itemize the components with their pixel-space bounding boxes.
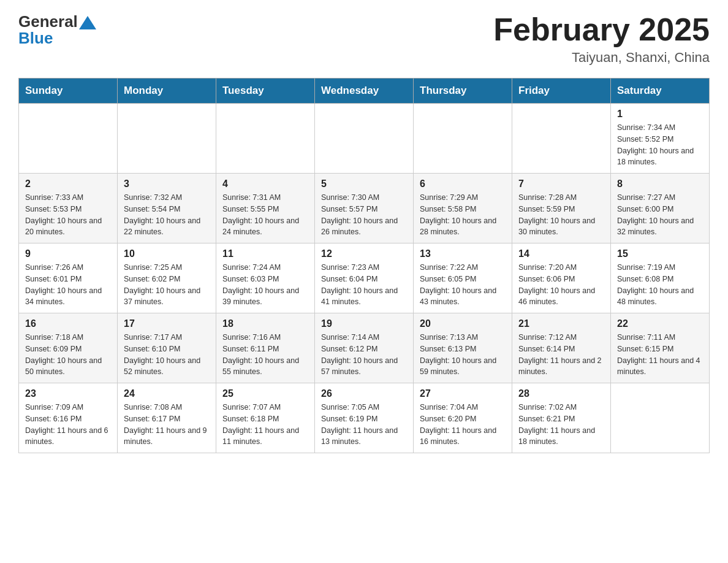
day-info: Sunrise: 7:25 AMSunset: 6:02 PMDaylight:… bbox=[124, 262, 210, 308]
day-number: 24 bbox=[124, 388, 210, 399]
calendar-table: SundayMondayTuesdayWednesdayThursdayFrid… bbox=[18, 78, 710, 453]
calendar-cell: 5Sunrise: 7:30 AMSunset: 5:57 PMDaylight… bbox=[315, 174, 414, 243]
calendar-cell: 23Sunrise: 7:09 AMSunset: 6:16 PMDayligh… bbox=[19, 383, 118, 453]
day-number: 21 bbox=[518, 318, 604, 329]
day-number: 19 bbox=[321, 318, 407, 329]
day-number: 27 bbox=[420, 388, 506, 399]
calendar-cell bbox=[414, 104, 512, 174]
day-number: 3 bbox=[124, 178, 210, 190]
calendar-cell: 28Sunrise: 7:02 AMSunset: 6:21 PMDayligh… bbox=[512, 383, 611, 453]
day-info: Sunrise: 7:20 AMSunset: 6:06 PMDaylight:… bbox=[518, 262, 604, 308]
calendar-cell: 20Sunrise: 7:13 AMSunset: 6:13 PMDayligh… bbox=[414, 313, 512, 383]
location-title: Taiyuan, Shanxi, China bbox=[572, 50, 710, 66]
day-number: 14 bbox=[518, 248, 604, 259]
calendar-week-4: 16Sunrise: 7:18 AMSunset: 6:09 PMDayligh… bbox=[19, 313, 710, 383]
calendar-header-sunday: Sunday bbox=[19, 79, 118, 104]
calendar-cell: 12Sunrise: 7:23 AMSunset: 6:04 PMDayligh… bbox=[315, 243, 414, 313]
day-info: Sunrise: 7:19 AMSunset: 6:08 PMDaylight:… bbox=[617, 262, 703, 308]
calendar-header-row: SundayMondayTuesdayWednesdayThursdayFrid… bbox=[19, 79, 710, 104]
day-info: Sunrise: 7:05 AMSunset: 6:19 PMDaylight:… bbox=[321, 402, 407, 448]
header-title-block: February 2025 Taiyuan, Shanxi, China bbox=[493, 12, 710, 66]
day-number: 28 bbox=[518, 388, 604, 399]
calendar-cell bbox=[315, 104, 414, 174]
calendar-cell: 16Sunrise: 7:18 AMSunset: 6:09 PMDayligh… bbox=[19, 313, 118, 383]
calendar-cell: 18Sunrise: 7:16 AMSunset: 6:11 PMDayligh… bbox=[216, 313, 315, 383]
day-number: 20 bbox=[420, 318, 506, 329]
day-info: Sunrise: 7:18 AMSunset: 6:09 PMDaylight:… bbox=[25, 332, 111, 378]
page-header: General Blue February 2025 Taiyuan, Shan… bbox=[18, 12, 710, 66]
calendar-week-5: 23Sunrise: 7:09 AMSunset: 6:16 PMDayligh… bbox=[19, 383, 710, 453]
calendar-cell: 7Sunrise: 7:28 AMSunset: 5:59 PMDaylight… bbox=[512, 174, 611, 243]
day-info: Sunrise: 7:13 AMSunset: 6:13 PMDaylight:… bbox=[420, 332, 506, 378]
day-number: 4 bbox=[222, 178, 308, 190]
day-number: 13 bbox=[420, 248, 506, 259]
day-number: 16 bbox=[25, 318, 111, 329]
day-number: 26 bbox=[321, 388, 407, 399]
day-number: 1 bbox=[617, 109, 703, 120]
day-number: 9 bbox=[25, 248, 111, 259]
calendar-cell: 9Sunrise: 7:26 AMSunset: 6:01 PMDaylight… bbox=[19, 243, 118, 313]
day-number: 12 bbox=[321, 248, 407, 259]
day-info: Sunrise: 7:09 AMSunset: 6:16 PMDaylight:… bbox=[25, 402, 111, 448]
calendar-cell: 19Sunrise: 7:14 AMSunset: 6:12 PMDayligh… bbox=[315, 313, 414, 383]
calendar-cell: 14Sunrise: 7:20 AMSunset: 6:06 PMDayligh… bbox=[512, 243, 611, 313]
day-number: 23 bbox=[25, 388, 111, 399]
logo: General Blue bbox=[18, 12, 96, 48]
calendar-week-2: 2Sunrise: 7:33 AMSunset: 5:53 PMDaylight… bbox=[19, 174, 710, 243]
calendar-cell bbox=[19, 104, 118, 174]
calendar-cell: 21Sunrise: 7:12 AMSunset: 6:14 PMDayligh… bbox=[512, 313, 611, 383]
day-info: Sunrise: 7:11 AMSunset: 6:15 PMDaylight:… bbox=[617, 332, 703, 378]
calendar-header-monday: Monday bbox=[118, 79, 216, 104]
calendar-cell: 15Sunrise: 7:19 AMSunset: 6:08 PMDayligh… bbox=[611, 243, 710, 313]
day-number: 2 bbox=[25, 178, 111, 190]
day-info: Sunrise: 7:23 AMSunset: 6:04 PMDaylight:… bbox=[321, 262, 407, 308]
calendar-cell: 25Sunrise: 7:07 AMSunset: 6:18 PMDayligh… bbox=[216, 383, 315, 453]
calendar-cell: 13Sunrise: 7:22 AMSunset: 6:05 PMDayligh… bbox=[414, 243, 512, 313]
day-number: 10 bbox=[124, 248, 210, 259]
day-number: 11 bbox=[222, 248, 308, 259]
day-number: 15 bbox=[617, 248, 703, 259]
calendar-header-tuesday: Tuesday bbox=[216, 79, 315, 104]
day-info: Sunrise: 7:16 AMSunset: 6:11 PMDaylight:… bbox=[222, 332, 308, 378]
calendar-header-wednesday: Wednesday bbox=[315, 79, 414, 104]
calendar-cell: 24Sunrise: 7:08 AMSunset: 6:17 PMDayligh… bbox=[118, 383, 216, 453]
calendar-cell: 6Sunrise: 7:29 AMSunset: 5:58 PMDaylight… bbox=[414, 174, 512, 243]
calendar-cell bbox=[216, 104, 315, 174]
month-title: February 2025 bbox=[493, 12, 710, 47]
day-number: 6 bbox=[420, 178, 506, 190]
day-number: 17 bbox=[124, 318, 210, 329]
calendar-cell: 17Sunrise: 7:17 AMSunset: 6:10 PMDayligh… bbox=[118, 313, 216, 383]
logo-text-blue: Blue bbox=[18, 29, 96, 48]
calendar-cell: 10Sunrise: 7:25 AMSunset: 6:02 PMDayligh… bbox=[118, 243, 216, 313]
calendar-cell bbox=[118, 104, 216, 174]
calendar-cell: 26Sunrise: 7:05 AMSunset: 6:19 PMDayligh… bbox=[315, 383, 414, 453]
day-info: Sunrise: 7:17 AMSunset: 6:10 PMDaylight:… bbox=[124, 332, 210, 378]
logo-triangle-icon bbox=[79, 16, 96, 29]
calendar-cell bbox=[611, 383, 710, 453]
day-info: Sunrise: 7:22 AMSunset: 6:05 PMDaylight:… bbox=[420, 262, 506, 308]
day-info: Sunrise: 7:28 AMSunset: 5:59 PMDaylight:… bbox=[518, 192, 604, 238]
day-info: Sunrise: 7:08 AMSunset: 6:17 PMDaylight:… bbox=[124, 402, 210, 448]
day-number: 5 bbox=[321, 178, 407, 190]
calendar-cell: 2Sunrise: 7:33 AMSunset: 5:53 PMDaylight… bbox=[19, 174, 118, 243]
day-info: Sunrise: 7:14 AMSunset: 6:12 PMDaylight:… bbox=[321, 332, 407, 378]
calendar-week-3: 9Sunrise: 7:26 AMSunset: 6:01 PMDaylight… bbox=[19, 243, 710, 313]
day-info: Sunrise: 7:02 AMSunset: 6:21 PMDaylight:… bbox=[518, 402, 604, 448]
day-info: Sunrise: 7:12 AMSunset: 6:14 PMDaylight:… bbox=[518, 332, 604, 378]
calendar-cell: 1Sunrise: 7:34 AMSunset: 5:52 PMDaylight… bbox=[611, 104, 710, 174]
calendar-cell: 11Sunrise: 7:24 AMSunset: 6:03 PMDayligh… bbox=[216, 243, 315, 313]
day-info: Sunrise: 7:30 AMSunset: 5:57 PMDaylight:… bbox=[321, 192, 407, 238]
calendar-header-thursday: Thursday bbox=[414, 79, 512, 104]
day-number: 7 bbox=[518, 178, 604, 190]
calendar-cell: 4Sunrise: 7:31 AMSunset: 5:55 PMDaylight… bbox=[216, 174, 315, 243]
calendar-cell: 22Sunrise: 7:11 AMSunset: 6:15 PMDayligh… bbox=[611, 313, 710, 383]
day-number: 22 bbox=[617, 318, 703, 329]
day-info: Sunrise: 7:07 AMSunset: 6:18 PMDaylight:… bbox=[222, 402, 308, 448]
day-info: Sunrise: 7:27 AMSunset: 6:00 PMDaylight:… bbox=[617, 192, 703, 238]
day-info: Sunrise: 7:29 AMSunset: 5:58 PMDaylight:… bbox=[420, 192, 506, 238]
day-info: Sunrise: 7:33 AMSunset: 5:53 PMDaylight:… bbox=[25, 192, 111, 238]
calendar-cell: 8Sunrise: 7:27 AMSunset: 6:00 PMDaylight… bbox=[611, 174, 710, 243]
day-info: Sunrise: 7:32 AMSunset: 5:54 PMDaylight:… bbox=[124, 192, 210, 238]
calendar-cell: 27Sunrise: 7:04 AMSunset: 6:20 PMDayligh… bbox=[414, 383, 512, 453]
calendar-cell: 3Sunrise: 7:32 AMSunset: 5:54 PMDaylight… bbox=[118, 174, 216, 243]
